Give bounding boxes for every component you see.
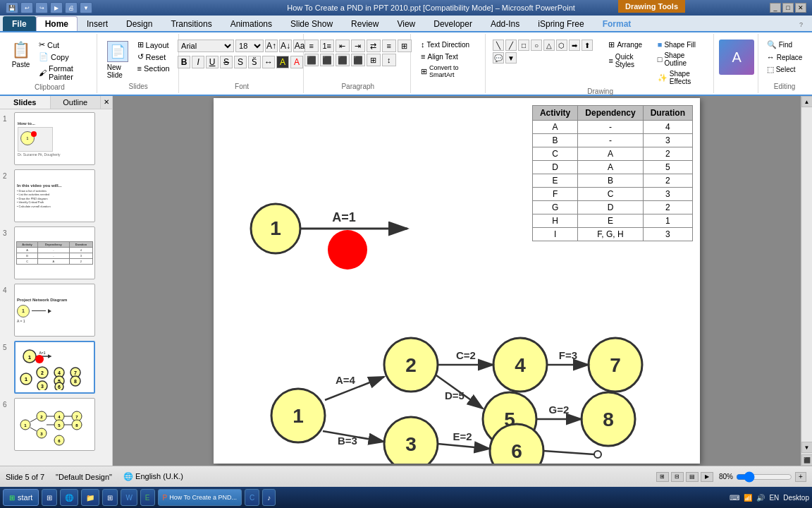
strikethrough-btn[interactable]: S bbox=[220, 56, 233, 68]
close-btn[interactable]: ✕ bbox=[795, 3, 806, 13]
normal-view-btn[interactable]: ⊞ bbox=[656, 472, 669, 482]
align-right-btn[interactable]: ⬛ bbox=[336, 54, 350, 66]
restore-btn[interactable]: □ bbox=[782, 3, 794, 13]
slide-thumb-5[interactable]: 5 1 A=1 bbox=[3, 341, 109, 394]
quick-styles-btn[interactable]: ≡ Quick Styles bbox=[605, 52, 650, 69]
find-btn[interactable]: 🔍 Find bbox=[764, 40, 806, 50]
shape-more[interactable]: ▼ bbox=[505, 52, 517, 64]
shape-effects-btn[interactable]: ✨ Shape Effects bbox=[655, 69, 708, 86]
bullets-btn[interactable]: ≡ bbox=[304, 40, 319, 52]
taskbar-item-6[interactable]: E bbox=[140, 489, 155, 506]
window-controls[interactable]: _ □ ✕ bbox=[770, 3, 806, 13]
copy-button[interactable]: 📄 Copy bbox=[36, 52, 91, 62]
zoom-in-btn[interactable]: + bbox=[795, 472, 806, 482]
tab-file[interactable]: File bbox=[3, 16, 36, 31]
tab-addins[interactable]: Add-Ins bbox=[481, 16, 529, 31]
tab-animations[interactable]: Animations bbox=[221, 16, 281, 31]
shape-fill-btn[interactable]: ■ Shape Fill bbox=[655, 40, 708, 49]
font-size-select[interactable]: 18 bbox=[235, 40, 264, 52]
shape-line[interactable]: ╲ bbox=[493, 40, 504, 51]
taskbar-item-7[interactable]: C bbox=[245, 489, 259, 506]
slide-thumb-1[interactable]: 1 How to... 1 Dr. Suzanne Pit, Dougherty bbox=[3, 112, 109, 165]
slide-sorter-btn[interactable]: ⊟ bbox=[671, 472, 684, 482]
qa-more[interactable]: ▼ bbox=[80, 2, 92, 13]
tab-format[interactable]: Format bbox=[593, 16, 641, 31]
shape-outline-btn[interactable]: □ Shape Outline bbox=[655, 51, 708, 68]
preview-btn[interactable]: ▶ bbox=[50, 2, 63, 13]
scroll-up-btn[interactable]: ▲ bbox=[801, 96, 813, 107]
tab-review[interactable]: Review bbox=[342, 16, 388, 31]
shrink-font-btn[interactable]: A↓ bbox=[279, 40, 292, 52]
slideshow-btn[interactable]: ▶ bbox=[701, 472, 713, 482]
reading-view-btn[interactable]: ▤ bbox=[686, 472, 699, 482]
minimize-btn[interactable]: _ bbox=[770, 3, 781, 13]
slide-thumb-3[interactable]: 3 ActivityDependencyDuration A-4 B-3 CA2 bbox=[3, 226, 109, 279]
taskbar-item-3[interactable]: 📁 bbox=[81, 489, 99, 506]
layout-button[interactable]: ⊞ Layout bbox=[135, 40, 173, 50]
align-text-btn2[interactable]: ≡ Align Text bbox=[418, 52, 479, 61]
tab-transitions[interactable]: Transitions bbox=[161, 16, 221, 31]
grow-font-btn[interactable]: A↑ bbox=[265, 40, 278, 52]
taskbar-item-1[interactable]: ⊞ bbox=[42, 489, 57, 506]
decrease-indent-btn[interactable]: ⇤ bbox=[336, 40, 350, 52]
font-color-btn[interactable]: A bbox=[290, 56, 303, 68]
taskbar-item-5[interactable]: W bbox=[121, 489, 137, 506]
shape-arrow1[interactable]: ➡ bbox=[569, 40, 580, 51]
taskbar-item-8[interactable]: ♪ bbox=[262, 489, 276, 506]
tab-view[interactable]: View bbox=[388, 16, 424, 31]
ribbon-help[interactable]: ? bbox=[799, 21, 809, 31]
shape-tri[interactable]: △ bbox=[543, 40, 555, 51]
shape-callout[interactable]: 💬 bbox=[493, 52, 504, 64]
undo-btn[interactable]: ↩ bbox=[20, 2, 33, 13]
expand-btn[interactable]: ⬛ bbox=[801, 454, 813, 466]
text-direction-btn[interactable]: ⇄ bbox=[367, 40, 381, 52]
new-slide-button[interactable]: 📄 New Slide bbox=[104, 40, 132, 80]
slide-thumb-4[interactable]: 4 Project Network Diagram 1 A = 1 bbox=[3, 284, 109, 337]
smartart-btn[interactable]: ⊞ bbox=[398, 40, 412, 52]
outline-btn[interactable]: S̈ bbox=[248, 56, 261, 68]
slide-thumb-2[interactable]: 2 In this video you will... • Draw a lis… bbox=[3, 169, 109, 222]
shadow-btn[interactable]: S bbox=[234, 56, 247, 68]
tab-ispring[interactable]: iSpring Free bbox=[529, 16, 593, 31]
scroll-down-btn[interactable]: ▼ bbox=[801, 442, 813, 453]
shape-arrow2[interactable]: ⬆ bbox=[582, 40, 593, 51]
increase-indent-btn[interactable]: ⇥ bbox=[351, 40, 365, 52]
wordart-preview[interactable]: A bbox=[719, 40, 754, 75]
tab-home[interactable]: Home bbox=[36, 16, 78, 31]
redo-btn[interactable]: ↪ bbox=[35, 2, 48, 13]
section-button[interactable]: ≡ Section bbox=[135, 64, 173, 73]
align-text-btn[interactable]: ≡ bbox=[382, 40, 396, 52]
zoom-slider[interactable] bbox=[736, 473, 792, 480]
reset-button[interactable]: ↺ Reset bbox=[135, 52, 173, 62]
shape-rect[interactable]: □ bbox=[518, 40, 529, 51]
bold-btn[interactable]: B bbox=[178, 56, 190, 68]
print-btn[interactable]: 🖨 bbox=[65, 2, 78, 13]
start-button[interactable]: ⊞ start bbox=[3, 489, 39, 506]
line-spacing-btn[interactable]: ↕ bbox=[382, 54, 396, 66]
replace-btn[interactable]: ↔ Replace bbox=[764, 52, 806, 62]
panel-close-btn[interactable]: ✕ bbox=[101, 96, 112, 109]
save-btn[interactable]: 💾 bbox=[6, 2, 18, 13]
paste-button[interactable]: 📋 Paste bbox=[8, 40, 33, 70]
shape-circle[interactable]: ○ bbox=[531, 40, 542, 51]
slides-tab[interactable]: Slides bbox=[0, 96, 51, 109]
underline-btn[interactable]: U bbox=[206, 56, 219, 68]
font-face-select[interactable]: Arial bbox=[178, 40, 234, 52]
scroll-track[interactable] bbox=[802, 107, 812, 442]
format-painter-button[interactable]: 🖌 Format Painter bbox=[36, 64, 91, 82]
arrange-btn[interactable]: ⊞ Arrange bbox=[605, 40, 650, 50]
highlight-btn[interactable]: A bbox=[276, 56, 289, 68]
text-direction-btn2[interactable]: ↕ Text Direction bbox=[418, 40, 479, 49]
numbering-btn[interactable]: 1≡ bbox=[320, 40, 334, 52]
taskbar-item-2[interactable]: 🌐 bbox=[60, 489, 78, 506]
columns-btn[interactable]: ⊞ bbox=[367, 54, 381, 66]
outline-tab[interactable]: Outline bbox=[51, 96, 102, 109]
align-left-btn[interactable]: ⬛ bbox=[304, 54, 319, 66]
align-center-btn[interactable]: ⬛ bbox=[320, 54, 334, 66]
cut-button[interactable]: ✂ Cut bbox=[36, 40, 91, 50]
shape-line2[interactable]: ╱ bbox=[505, 40, 517, 51]
select-btn[interactable]: ⬚ Select bbox=[764, 64, 806, 75]
tab-insert[interactable]: Insert bbox=[78, 16, 117, 31]
shape-hex[interactable]: ⬡ bbox=[556, 40, 567, 51]
slide-thumb-6[interactable]: 6 1 2 3 4 5 bbox=[3, 398, 109, 451]
